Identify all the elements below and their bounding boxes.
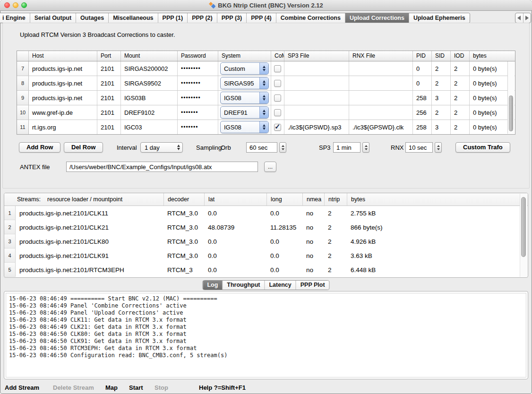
tab-i-engine[interactable]: i Engine [0,13,30,23]
rnx-stepper[interactable] [435,142,442,153]
system-select[interactable]: IGS08 [220,121,269,133]
pid-cell[interactable]: 0 [413,61,432,76]
port-cell[interactable]: 2101 [97,105,121,120]
map-action[interactable]: Map [105,384,118,391]
scrollbar-thumb[interactable] [509,95,513,132]
rnx-sampling-input[interactable] [405,142,433,153]
orb-sampling-input[interactable] [246,142,277,153]
port-cell[interactable]: 2101 [97,120,121,134]
password-cell[interactable]: ••••••• [178,105,218,120]
tab-ppp-4[interactable]: PPP (4) [246,13,276,23]
tab-ppp-1[interactable]: PPP (1) [158,13,188,23]
iod-cell[interactable]: 2 [451,61,470,76]
tab-throughput[interactable]: Throughput [222,281,264,290]
scrollbar-thumb[interactable] [521,197,526,257]
tab-miscellaneous[interactable]: Miscellaneous [108,13,157,23]
rnx-file-cell[interactable] [349,91,413,105]
tab-outages[interactable]: Outages [76,13,108,23]
iod-cell[interactable]: 2 [451,105,470,120]
upload-table-scrollbar[interactable] [507,61,515,134]
port-cell[interactable]: 2101 [97,76,121,90]
sp3-file-cell[interactable] [284,91,349,105]
mount-cell[interactable]: SIRGAS9502 [121,76,178,90]
interval-select[interactable]: 1 day [140,142,183,153]
password-cell[interactable]: •••••••• [178,61,218,76]
com-checkbox[interactable] [274,80,281,87]
stream-row[interactable]: 1products.igs-ip.net:2101/CLK11RTCM_3.00… [4,206,528,220]
antex-browse-button[interactable]: ... [264,162,276,172]
mount-cell[interactable]: SIRGAS200002 [121,61,178,76]
sid-cell[interactable]: 2 [432,105,451,120]
scroll-tabs-left-button[interactable] [515,13,523,23]
sp3-file-cell[interactable] [284,61,349,76]
row-number[interactable]: 9 [17,91,29,105]
tab-latency[interactable]: Latency [264,281,295,290]
host-cell[interactable]: rt.igs.org [29,120,97,134]
rnx-file-cell[interactable] [349,105,413,120]
add-row-button[interactable]: Add Row [19,142,60,153]
tab-combine-corrections[interactable]: Combine Corrections [276,13,345,23]
sp3-file-cell[interactable] [284,76,349,90]
mount-cell[interactable]: IGC03 [121,120,178,134]
host-cell[interactable]: products.igs-ip.net [29,76,97,90]
sp3-file-cell[interactable] [284,105,349,120]
com-checkbox[interactable] [274,65,281,72]
sid-cell[interactable]: 2 [432,61,451,76]
sp3-file-cell[interactable]: ./ic3${GPSWD}.sp3 [284,120,349,134]
system-select[interactable]: Custom [220,62,269,75]
port-cell[interactable]: 2101 [97,91,121,105]
row-number[interactable]: 7 [17,61,29,76]
password-cell[interactable]: ••••••• [178,120,218,134]
tab-ppp-plot[interactable]: PPP Plot [296,281,329,290]
stream-row[interactable]: 5products.igs-ip.net:2101/RTCM3EPHRTCM_3… [4,263,528,277]
log-text-area[interactable]: 15-06-23 08:46:49 ========== Start BNC v… [6,293,526,377]
add-stream-action[interactable]: Add Stream [5,384,39,391]
rnx-file-cell[interactable]: ./ic3${GPSWD}.clk [349,120,413,134]
sp3-sampling-input[interactable] [333,142,360,153]
system-select[interactable]: DREF91 [220,106,269,119]
port-cell[interactable]: 2101 [97,61,121,76]
sid-cell[interactable]: 2 [432,76,451,90]
host-cell[interactable]: products.igs-ip.net [29,61,97,76]
mount-cell[interactable]: DREF9102 [121,105,178,120]
tab-ppp-3[interactable]: PPP (3) [217,13,247,23]
sp3-stepper[interactable] [362,142,369,153]
pid-cell[interactable]: 0 [413,76,432,90]
tab-serial-output[interactable]: Serial Output [30,13,76,23]
iod-cell[interactable]: 2 [451,91,470,105]
system-select[interactable]: SIRGAS95 [220,77,269,89]
row-number[interactable]: 10 [17,105,29,120]
tab-ppp-2[interactable]: PPP (2) [187,13,217,23]
scroll-tabs-right-button[interactable] [523,13,531,23]
host-cell[interactable]: www.gref-ip.de [29,105,97,120]
start-action[interactable]: Start [129,384,143,391]
sid-cell[interactable]: 3 [432,120,451,134]
tab-upload-corrections[interactable]: Upload Corrections [345,13,409,23]
password-cell[interactable]: •••••••• [178,76,218,90]
pid-cell[interactable]: 258 [413,91,432,105]
pid-cell[interactable]: 258 [413,120,432,134]
stream-row[interactable]: 4products.igs-ip.net:2101/CLK91RTCM_3.00… [4,248,528,263]
password-cell[interactable]: •••••••• [178,91,218,105]
com-checkbox[interactable] [274,109,281,116]
iod-cell[interactable]: 2 [451,120,470,134]
rnx-file-cell[interactable] [349,61,413,76]
del-row-button[interactable]: Del Row [64,142,103,153]
antex-file-input[interactable] [66,162,258,172]
custom-trafo-button[interactable]: Custom Trafo [455,142,510,153]
mount-cell[interactable]: IGS03B [121,91,178,105]
tab-log[interactable]: Log [203,281,222,290]
streams-scrollbar[interactable] [520,194,527,277]
com-checkbox[interactable] [274,124,281,131]
stream-row[interactable]: 3products.igs-ip.net:2101/CLK80RTCM_3.00… [4,234,528,248]
host-cell[interactable]: products.igs-ip.net [29,91,97,105]
tab-upload-ephemeris[interactable]: Upload Ephemeris [409,13,470,23]
system-select[interactable]: IGS08 [220,92,269,104]
pid-cell[interactable]: 256 [413,105,432,120]
com-checkbox[interactable] [274,94,281,102]
stream-row[interactable]: 2products.igs-ip.net:2101/CLK21RTCM_3.04… [4,220,528,234]
iod-cell[interactable]: 2 [451,76,470,90]
row-number[interactable]: 11 [17,120,29,134]
sid-cell[interactable]: 3 [432,91,451,105]
rnx-file-cell[interactable] [349,76,413,90]
